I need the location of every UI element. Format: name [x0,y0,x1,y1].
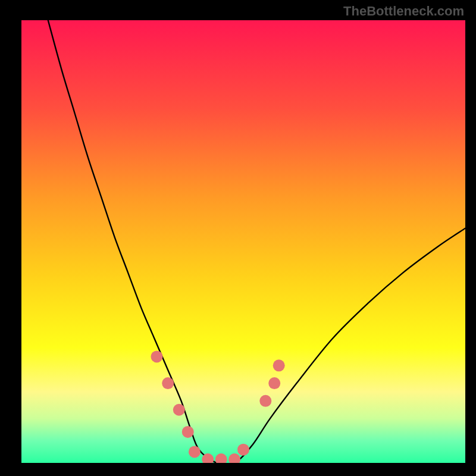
highlight-dot [259,395,271,407]
highlight-dot [173,404,185,416]
highlight-dot [182,426,194,438]
highlight-dot [228,453,240,463]
highlight-dot [268,377,280,389]
curve-layer [21,20,465,463]
highlight-dot [189,446,201,458]
highlight-dot [273,359,285,371]
highlight-dot [151,350,163,362]
highlight-markers [151,350,285,463]
watermark-text: TheBottleneck.com [343,4,464,19]
plot-area [21,20,465,463]
highlight-dot [215,453,227,463]
highlight-dot [162,377,174,389]
chart-stage: TheBottleneck.com [0,0,476,476]
bottleneck-curve [48,20,465,463]
highlight-dot [237,444,249,456]
